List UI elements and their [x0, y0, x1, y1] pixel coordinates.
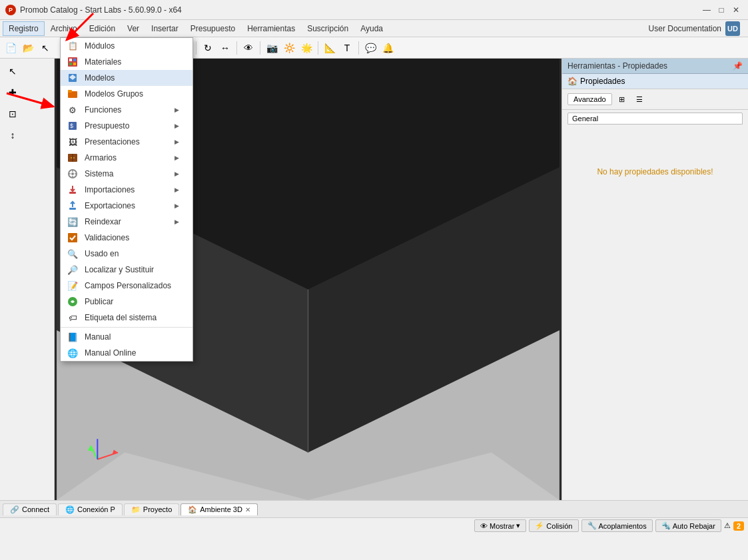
drop-usado-en[interactable]: 🔍 Usado en	[61, 246, 192, 262]
drop-modelos-grupos[interactable]: Modelos Grupos	[61, 86, 192, 102]
toolbar-open[interactable]: 📂	[20, 40, 36, 56]
close-button[interactable]: ✕	[729, 3, 743, 17]
drop-exportaciones[interactable]: Exportaciones	[61, 198, 192, 214]
menu-registro[interactable]: Registro	[3, 21, 45, 36]
drop-campos[interactable]: 📝 Campos Personalizados	[61, 278, 192, 294]
proyecto-icon: 📁	[131, 505, 141, 514]
publicar-icon	[66, 295, 79, 308]
close-tab-icon[interactable]: ✕	[245, 506, 250, 513]
acoplamientos-icon: 🔧	[587, 521, 597, 530]
validaciones-icon	[66, 231, 79, 244]
mostrar-arrow: ▾	[516, 521, 520, 530]
status-mostrar[interactable]: 👁 Mostrar ▾	[474, 519, 526, 532]
drop-importaciones[interactable]: Importaciones	[61, 182, 192, 198]
svg-rect-16	[73, 63, 76, 65]
svg-rect-14	[73, 59, 76, 61]
status-acoplamientos[interactable]: 🔧 Acoplamientos	[581, 519, 653, 532]
toolbar-dimensions[interactable]: ↔	[217, 40, 233, 56]
drop-publicar[interactable]: Publicar	[61, 294, 192, 310]
manual-online-icon: 🌐	[66, 346, 79, 360]
modelos-grupos-icon	[66, 87, 79, 101]
toolbar-camera[interactable]: 📷	[264, 40, 280, 56]
drop-modelos[interactable]: Modelos	[61, 70, 192, 86]
sistema-icon	[66, 167, 79, 180]
panel-title-row: 🏠 Propiedades	[562, 74, 748, 89]
ambiente-icon: 🏠	[188, 505, 197, 514]
mostrar-icon: 👁	[480, 522, 488, 530]
left-tool-4[interactable]: ↕	[3, 125, 23, 145]
menu-edicion[interactable]: Edición	[83, 21, 121, 36]
colision-icon: ⚡	[535, 521, 544, 530]
status-autorebajar[interactable]: 🔩 Auto Rebajar	[655, 519, 721, 532]
menu-suscripcion[interactable]: Suscripción	[301, 21, 354, 36]
drop-presupuesto[interactable]: $ Presupuesto	[61, 118, 192, 134]
window-controls[interactable]: — □ ✕	[700, 3, 743, 17]
drop-reindexar[interactable]: 🔄 Reindexar	[61, 214, 192, 230]
toolbar-text[interactable]: T	[339, 40, 355, 56]
bottom-tabs-bar: 🔗 Connect 🌐 Conexión P 📁 Proyecto 🏠 Ambi…	[0, 500, 748, 517]
presupuesto-icon: $	[66, 119, 79, 133]
drop-localizar[interactable]: 🔎 Localizar y Sustituir	[61, 262, 192, 278]
tab-ambiente3d[interactable]: 🏠 Ambiente 3D ✕	[181, 503, 258, 515]
toolbar-new[interactable]: 📄	[3, 40, 19, 56]
localizar-icon: 🔎	[66, 263, 79, 276]
toolbar-measure[interactable]: 📐	[322, 40, 338, 56]
toolbar-alert[interactable]: 🔔	[380, 40, 396, 56]
menu-ayuda[interactable]: Ayuda	[354, 21, 389, 36]
svg-point-25	[71, 157, 72, 158]
general-tab[interactable]: General	[567, 113, 743, 125]
panel-tabs: Avanzado ⊞ ☰	[562, 89, 748, 110]
left-tool-1[interactable]: ↖	[3, 61, 23, 81]
exportaciones-icon	[66, 199, 79, 212]
tab-grid-view[interactable]: ⊞	[615, 92, 629, 107]
funciones-icon: ⚙	[66, 103, 79, 117]
toolbar-sep-7	[318, 41, 318, 55]
maximize-button[interactable]: □	[715, 3, 728, 17]
title-bar: P Promob Catalog - Start Labs - 5.60.99.…	[0, 0, 748, 20]
modelos-icon	[66, 71, 79, 85]
drop-funciones[interactable]: ⚙ Funciones	[61, 102, 192, 118]
menu-presupuesto[interactable]: Presupuesto	[185, 21, 241, 36]
toolbar-render2[interactable]: 🌟	[298, 40, 314, 56]
svg-rect-15	[69, 63, 72, 65]
drop-armarios[interactable]: Armarios	[61, 150, 192, 166]
left-tool-3[interactable]: ⊡	[3, 104, 23, 124]
right-panel: Herramientas - Propiedades 📌 🏠 Propiedad…	[561, 59, 748, 500]
menu-insertar[interactable]: Insertar	[145, 21, 185, 36]
tab-list-view[interactable]: ☰	[632, 92, 647, 107]
properties-icon: 🏠	[567, 77, 577, 86]
toolbar-render1[interactable]: 🔆	[281, 40, 297, 56]
drop-etiqueta[interactable]: 🏷 Etiqueta del sistema	[61, 310, 192, 326]
registro-dropdown: 📋 Módulos Materiales Modelos Modelos Gru…	[60, 37, 193, 362]
menu-herramientas[interactable]: Herramientas	[241, 21, 301, 36]
tab-conexion[interactable]: 🌐 Conexión P	[58, 503, 123, 515]
drop-materiales[interactable]: Materiales	[61, 54, 192, 70]
menu-archivo[interactable]: Archivo	[45, 21, 83, 36]
drop-validaciones[interactable]: Validaciones	[61, 230, 192, 246]
drop-presentaciones[interactable]: 🖼 Presentaciones	[61, 134, 192, 150]
tab-connect[interactable]: 🔗 Connect	[3, 503, 57, 515]
user-badge[interactable]: UD	[725, 21, 740, 36]
pin-icon[interactable]: 📌	[733, 61, 743, 71]
drop-modulos[interactable]: 📋 Módulos	[61, 38, 192, 54]
tab-proyecto[interactable]: 📁 Proyecto	[124, 503, 179, 515]
status-colision[interactable]: ⚡ Colisión	[529, 519, 578, 532]
menu-ver[interactable]: Ver	[121, 21, 145, 36]
drop-manual[interactable]: 📘 Manual	[61, 329, 192, 345]
minimize-button[interactable]: —	[700, 3, 713, 17]
menu-right: User Documentation UD	[649, 21, 740, 36]
tab-avanzado[interactable]: Avanzado	[567, 93, 612, 105]
svg-rect-20	[68, 90, 72, 93]
toolbar-sep-5	[236, 41, 237, 55]
toolbar-cursor[interactable]: ↖	[37, 40, 53, 56]
left-tool-2[interactable]: ✚	[3, 83, 23, 103]
usado-icon: 🔍	[66, 247, 79, 260]
toolbar-chat[interactable]: 💬	[362, 40, 378, 56]
toolbar-rotate[interactable]: ↻	[200, 40, 216, 56]
drop-manual-online[interactable]: 🌐 Manual Online	[61, 345, 192, 361]
svg-text:$: $	[70, 123, 73, 129]
armarios-icon	[66, 151, 79, 164]
warning-count[interactable]: 2	[733, 521, 744, 531]
toolbar-view[interactable]: 👁	[240, 40, 256, 56]
drop-sistema[interactable]: Sistema	[61, 166, 192, 182]
